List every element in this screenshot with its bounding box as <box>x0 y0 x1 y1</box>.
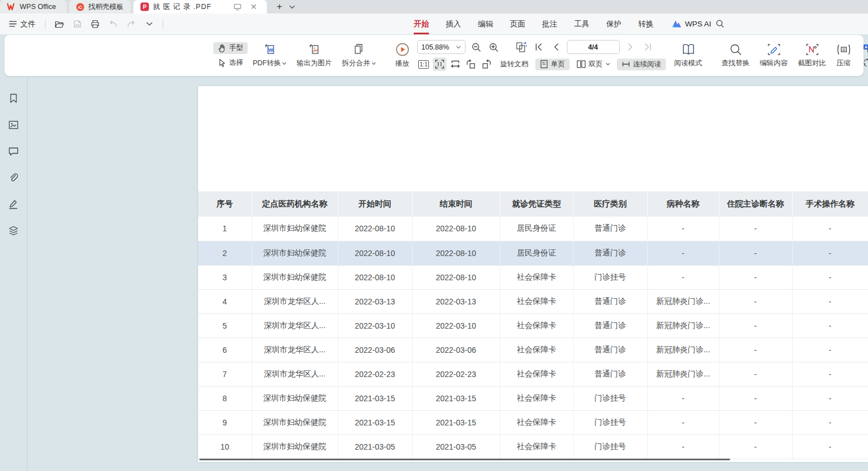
tab-wps-office[interactable]: WPS Office <box>0 0 66 14</box>
wps-ai-button[interactable]: WPS AI <box>672 14 712 34</box>
table-row: 10深圳市妇幼保健院2021-03-052021-03-05社会保障卡门诊挂号-… <box>198 434 868 459</box>
actual-size-button[interactable]: 1:1 <box>417 57 431 71</box>
export-image-button[interactable]: 输出为图片 <box>292 43 337 68</box>
file-menu-button[interactable]: 文件 <box>6 17 39 32</box>
double-page-icon <box>576 60 586 69</box>
print-button[interactable] <box>88 17 102 32</box>
divider <box>45 19 46 29</box>
table-cell: - <box>719 313 792 338</box>
table-bottom-scrollbar[interactable] <box>199 459 730 460</box>
tab-document-active[interactable]: P 就 医 记 录 .PDF ✕ <box>133 0 267 14</box>
menu-tab-保护[interactable]: 保护 <box>606 14 621 34</box>
cursor-icon <box>218 59 226 68</box>
table-cell: - <box>792 386 868 410</box>
menu-tab-页面[interactable]: 页面 <box>510 14 525 34</box>
first-page-icon <box>535 43 543 51</box>
first-page-button[interactable] <box>532 41 545 54</box>
find-replace-icon <box>729 43 742 56</box>
table-cell: 5 <box>198 313 252 338</box>
menu-tab-转换[interactable]: 转换 <box>638 14 654 34</box>
more-quick-actions-button[interactable] <box>142 17 156 32</box>
table-cell: 普通门诊 <box>573 338 647 362</box>
rotate-document-button[interactable]: 旋转文档 <box>496 59 533 70</box>
column-header: 序号 <box>198 191 252 217</box>
fit-width-button[interactable] <box>449 57 462 71</box>
table-cell: 门诊挂号 <box>573 434 647 459</box>
swap-pages-button[interactable] <box>514 41 528 54</box>
comments-panel-button[interactable] <box>6 143 21 159</box>
menu-tab-工具[interactable]: 工具 <box>574 14 589 34</box>
select-tool-button[interactable]: 选择 <box>213 57 248 69</box>
pdf-convert-button[interactable]: W PDF转换 <box>248 43 292 68</box>
file-menu-label: 文件 <box>20 19 35 29</box>
previous-page-button[interactable] <box>549 41 563 54</box>
signature-panel-button[interactable] <box>6 196 21 212</box>
table-row: 7深圳市龙华区人...2022-02-232022-02-23社会保障卡普通门诊… <box>198 362 868 386</box>
menu-tab-批注[interactable]: 批注 <box>542 14 557 34</box>
find-replace-button[interactable]: 查找替换 <box>717 43 755 68</box>
screenshot-compare-button[interactable]: 截图对比 <box>793 43 831 68</box>
table-cell: 2021-03-15 <box>412 410 500 434</box>
new-tab-button[interactable]: + <box>274 0 286 14</box>
table-cell: 2022-08-10 <box>338 217 412 241</box>
close-tab-icon[interactable]: ✕ <box>248 0 260 14</box>
last-page-button[interactable] <box>641 41 655 54</box>
menu-tab-插入[interactable]: 插入 <box>446 14 461 34</box>
page-indicator-input[interactable]: 4/4 <box>567 40 620 54</box>
column-header: 病种名称 <box>647 191 719 217</box>
rotate-left-button[interactable] <box>464 57 478 71</box>
menu-search-button[interactable] <box>713 16 727 31</box>
split-merge-button[interactable]: 拆分合并 <box>337 43 381 68</box>
hand-tool-button[interactable]: 手型 <box>213 42 248 54</box>
table-cell: 普通门诊 <box>573 362 647 386</box>
menu-tab-开始[interactable]: 开始 <box>414 14 429 34</box>
tab-docer-templates[interactable]: 找稻壳模板 <box>69 0 131 14</box>
document-area[interactable]: 序号定点医药机构名称开始时间结束时间就诊凭证类型医疗类别病种名称住院主诊断名称手… <box>28 77 868 471</box>
open-file-button[interactable] <box>52 17 66 32</box>
column-header: 住院主诊断名称 <box>719 191 792 217</box>
rotate-right-button[interactable] <box>480 57 494 71</box>
hand-icon <box>218 44 226 53</box>
tab-label: 就 医 记 录 .PDF <box>153 2 227 12</box>
chevron-down-icon <box>289 5 295 9</box>
layers-panel-button[interactable] <box>6 223 21 239</box>
table-cell: 2022-02-23 <box>338 362 412 386</box>
table-cell: 深圳市妇幼保健院 <box>252 265 338 289</box>
pdf-file-icon: P <box>140 2 149 11</box>
table-cell: 2022-03-10 <box>412 313 500 338</box>
single-page-button[interactable]: 单页 <box>535 59 570 70</box>
single-page-icon <box>540 60 548 69</box>
word-translation-button[interactable]: 字A 划词翻译 <box>858 57 868 69</box>
play-button[interactable]: 播放 <box>390 42 415 69</box>
undo-button[interactable] <box>106 17 120 32</box>
zoom-out-button[interactable] <box>469 41 483 54</box>
attachments-panel-button[interactable] <box>6 170 21 186</box>
read-mode-button[interactable]: 阅读模式 <box>669 43 708 68</box>
table-cell: 社会保障卡 <box>500 289 573 313</box>
pdf-convert-icon: W <box>263 43 276 56</box>
edit-content-button[interactable]: 编辑内容 <box>755 43 793 68</box>
zoom-level-input[interactable]: 105.88% <box>417 40 466 54</box>
plus-icon: + <box>277 1 283 12</box>
column-header: 手术操作名称 <box>792 191 868 217</box>
next-page-button[interactable] <box>624 41 637 54</box>
present-monitor-icon[interactable] <box>231 0 244 14</box>
redo-button[interactable] <box>124 17 138 32</box>
fit-page-button[interactable] <box>433 57 446 71</box>
zoom-in-button[interactable] <box>487 41 500 54</box>
menu-tab-编辑[interactable]: 编辑 <box>478 14 493 34</box>
full-translation-button[interactable]: A字 全文翻译 <box>858 42 868 54</box>
table-cell: 9 <box>198 410 252 434</box>
compress-button[interactable]: 压缩 <box>831 43 856 68</box>
tab-list-chevron[interactable] <box>286 0 298 14</box>
double-page-button[interactable]: 双页 <box>572 59 615 70</box>
table-cell: 2022-03-13 <box>338 289 412 313</box>
table-cell: - <box>719 217 792 241</box>
single-page-label: 单页 <box>551 60 565 69</box>
thumbnails-panel-button[interactable] <box>6 117 21 133</box>
continuous-read-button[interactable]: 连续阅读 <box>617 59 666 70</box>
table-row: 4深圳市龙华区人...2022-03-132022-03-13社会保障卡普通门诊… <box>198 289 868 313</box>
bookmarks-panel-button[interactable] <box>6 91 21 106</box>
save-button[interactable] <box>70 17 84 32</box>
table-cell: 社会保障卡 <box>500 338 573 362</box>
